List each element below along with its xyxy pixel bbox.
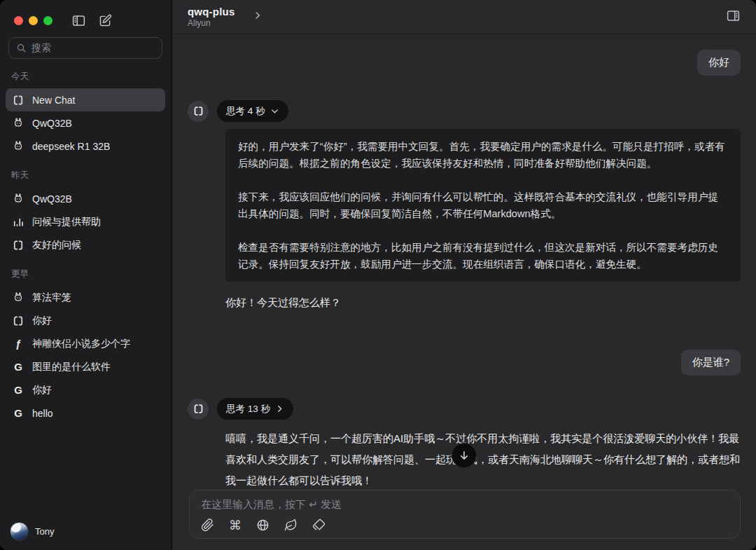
- ollama-icon: [12, 117, 24, 130]
- chat-brackets-icon: [12, 315, 24, 327]
- user-message-bubble: 你是谁?: [681, 350, 741, 376]
- traffic-lights: [14, 16, 52, 25]
- close-window-button[interactable]: [14, 16, 23, 25]
- app-window: 搜索 今天 New Chat QwQ32B deepseek R1: [0, 0, 756, 550]
- sidebar-item-qwq32b-yesterday[interactable]: QwQ32B: [6, 187, 165, 210]
- sidebar: 搜索 今天 New Chat QwQ32B deepseek R1: [0, 0, 172, 550]
- thinking-toggle-chip[interactable]: 思考 13 秒: [217, 398, 293, 420]
- search-input[interactable]: 搜索: [8, 37, 162, 59]
- user-name: Tony: [35, 526, 54, 537]
- scroll-to-bottom-button[interactable]: [451, 443, 477, 468]
- chat-brackets-icon: [192, 105, 204, 117]
- assistant-avatar: [188, 101, 209, 122]
- message-input[interactable]: [201, 498, 729, 510]
- chat-header: qwq-plus Aliyun: [172, 0, 756, 34]
- eraser-icon[interactable]: [312, 518, 326, 532]
- minimize-window-button[interactable]: [29, 16, 38, 25]
- thinking-paragraph: 接下来，我应该回应他们的问候，并询问有什么可以帮忙的。这样既符合基本的交流礼仪，…: [238, 188, 728, 222]
- sidebar-item-qwq32b-today[interactable]: QwQ32B: [6, 111, 165, 135]
- new-chat-compose-icon[interactable]: [98, 13, 113, 28]
- assistant-avatar: [188, 399, 209, 420]
- chat-brackets-icon: [12, 94, 24, 106]
- sidebar-item-algorithm-cage[interactable]: 算法牢笼: [6, 286, 165, 309]
- paperclip-icon[interactable]: [201, 518, 214, 532]
- section-label-yesterday: 昨天: [6, 158, 165, 187]
- sidebar-item-label: QwQ32B: [32, 118, 72, 129]
- sidebar-item-label: QwQ32B: [32, 193, 72, 205]
- message-composer: ⌘: [189, 490, 741, 539]
- toggle-sidebar-icon[interactable]: [71, 13, 86, 28]
- section-label-today: 今天: [6, 59, 165, 88]
- section-label-earlier: 更早: [6, 256, 165, 286]
- bar-chart-icon: [12, 216, 24, 228]
- chat-brackets-icon: [192, 403, 204, 415]
- thinking-paragraph: 好的，用户发来了“你好”，我需要用中文回复。首先，我要确定用户的需求是什么。可能…: [238, 138, 728, 172]
- ollama-icon: [12, 291, 24, 304]
- sidebar-item-what-software[interactable]: G 图里的是什么软件: [6, 355, 165, 378]
- ollama-icon: [12, 140, 24, 153]
- sidebar-item-label: deepseek R1 32B: [32, 141, 110, 152]
- search-icon: [16, 43, 27, 53]
- user-message-bubble: 你好: [697, 50, 741, 76]
- globe-icon[interactable]: [256, 518, 270, 532]
- search-placeholder: 搜索: [31, 42, 51, 55]
- user-avatar: [10, 522, 29, 541]
- toggle-right-panel-icon[interactable]: [726, 8, 741, 23]
- chat-main: qwq-plus Aliyun 你好: [172, 0, 756, 550]
- thinking-toggle-chip[interactable]: 思考 4 秒: [217, 100, 288, 122]
- thinking-label: 思考 13 秒: [226, 403, 270, 415]
- chat-brackets-icon: [12, 239, 24, 252]
- sidebar-item-greeting-help[interactable]: 问候与提供帮助: [6, 210, 165, 233]
- sidebar-item-nihao-g[interactable]: G 你好: [6, 378, 165, 401]
- g-letter-icon: G: [12, 407, 24, 420]
- sidebar-item-label: 图里的是什么软件: [32, 361, 111, 373]
- leaf-icon[interactable]: [284, 518, 298, 532]
- sidebar-item-label: hello: [32, 408, 53, 419]
- assistant-reply: 嘻嘻，我是通义千问，一个超厉害的AI助手哦～不过你不用太拘谨啦，我其实是个很活泼…: [225, 428, 741, 490]
- ollama-icon: [12, 193, 24, 205]
- sidebar-item-new-chat[interactable]: New Chat: [6, 88, 165, 111]
- chevron-right-icon: [253, 11, 262, 23]
- thinking-content-panel: 好的，用户发来了“你好”，我需要用中文回复。首先，我要确定用户的需求是什么。可能…: [225, 129, 741, 282]
- sidebar-item-label: New Chat: [32, 95, 75, 106]
- message-list: 你好 思考 4 秒 好的，用户发来了“你好”，我需要用中文回复。首先，我要确定用…: [172, 34, 756, 490]
- g-letter-icon: G: [12, 384, 24, 397]
- florin-icon: ƒ: [12, 338, 24, 350]
- g-letter-icon: G: [12, 361, 24, 373]
- thinking-paragraph: 检查是否有需要特别注意的地方，比如用户之前有没有提到过什么，但这次是新对话，所以…: [238, 239, 728, 273]
- sidebar-item-friendly-greeting[interactable]: 友好的问候: [6, 233, 165, 256]
- zoom-window-button[interactable]: [43, 16, 52, 25]
- sidebar-item-label: 算法牢笼: [32, 291, 71, 304]
- sidebar-item-label: 你好: [32, 315, 52, 327]
- assistant-reply: 你好！今天过得怎么样？: [225, 292, 741, 313]
- command-icon[interactable]: ⌘: [229, 518, 241, 532]
- chat-history-list: 今天 New Chat QwQ32B deepseek R1 32B 昨天: [0, 59, 171, 514]
- sidebar-item-label: 友好的问候: [32, 239, 81, 252]
- window-titlebar: [0, 0, 171, 28]
- model-provider: Aliyun: [188, 18, 234, 28]
- sidebar-item-label: 你好: [32, 384, 52, 397]
- sidebar-item-label: 神雕侠侣小说多少个字: [32, 338, 130, 350]
- chevron-right-icon: [275, 404, 284, 413]
- chevron-down-icon: [270, 106, 279, 116]
- arrow-down-icon: [458, 450, 470, 461]
- sidebar-item-hello[interactable]: G hello: [6, 401, 165, 425]
- sidebar-item-novel-wordcount[interactable]: ƒ 神雕侠侣小说多少个字: [6, 332, 165, 355]
- thinking-label: 思考 4 秒: [226, 105, 265, 118]
- sidebar-item-label: 问候与提供帮助: [32, 216, 101, 228]
- model-picker[interactable]: qwq-plus Aliyun: [188, 6, 262, 28]
- model-name: qwq-plus: [188, 6, 234, 18]
- sidebar-item-deepseek-r1[interactable]: deepseek R1 32B: [6, 135, 165, 158]
- sidebar-item-nihao-brackets[interactable]: 你好: [6, 309, 165, 332]
- user-profile[interactable]: Tony: [0, 514, 171, 550]
